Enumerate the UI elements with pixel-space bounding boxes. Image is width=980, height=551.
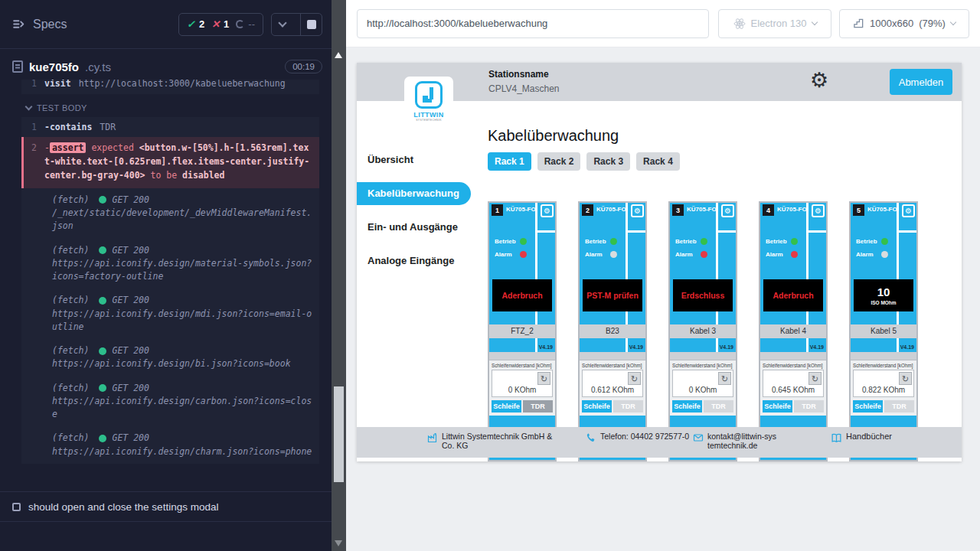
tdr-button[interactable]: TDR (704, 400, 733, 412)
schleife-button[interactable]: Schleife (763, 400, 792, 412)
network-log-entry[interactable]: (fetch)GET 200 https://api.iconify.desig… (21, 239, 319, 289)
card-model: KÜ705-FO (777, 206, 807, 213)
card-gear-icon[interactable]: ⚙ (541, 204, 554, 217)
chevron-down-icon (25, 103, 33, 110)
app-footer: Littwin Systemtechnik GmbH & Co. KG Tele… (357, 427, 962, 458)
tab-rack-1[interactable]: Rack 1 (488, 152, 531, 171)
alarm-led (610, 251, 617, 258)
footer-email: kontakt@littwin-systemtechnik.de (693, 432, 831, 458)
refresh-icon[interactable]: ↻ (628, 372, 641, 385)
command-row-contains[interactable]: 1 -contains TDR (21, 117, 319, 138)
card-gear-icon[interactable]: ⚙ (721, 204, 734, 217)
device-card-2: 2 KÜ705-FO ⚙ Betrieb Alarm PST-M prüfen … (578, 201, 647, 461)
status-display: Aderbruch (492, 279, 552, 311)
tdr-button[interactable]: TDR (613, 400, 643, 412)
schleife-button[interactable]: Schleife (672, 400, 702, 412)
network-log-entry[interactable]: (fetch)GET 200 https://api.iconify.desig… (21, 339, 319, 377)
alarm-led (520, 251, 527, 258)
firmware-version: V4.19 (629, 344, 643, 350)
loop-resistance-value: 0.645 KOhm (763, 386, 823, 394)
square-outline-icon (12, 503, 21, 511)
success-dot-icon (99, 246, 106, 254)
assert-error-row[interactable]: 2 -assert expected <button.w-[50%].h-[1.… (21, 137, 319, 187)
tab-rack-4[interactable]: Rack 4 (636, 152, 680, 171)
cable-name: Kabel 4 (760, 324, 826, 338)
network-log-entry[interactable]: (fetch)GET 200 https://api.iconify.desig… (21, 426, 319, 464)
failed-count: ✕1 (211, 18, 229, 30)
card-number: 5 (853, 204, 864, 216)
device-cards: 1 KÜ705-FO ⚙ Betrieb Alarm Aderbruch FTZ… (488, 201, 962, 461)
network-log-entry[interactable]: (fetch)GET 200 /_next/static/development… (21, 188, 319, 239)
card-gear-icon[interactable]: ⚙ (812, 204, 825, 217)
test-body-header[interactable]: TEST BODY (21, 94, 319, 117)
cable-name: Kabel 3 (670, 324, 736, 338)
reporter-scrollbar[interactable] (332, 0, 346, 551)
url-input[interactable] (357, 9, 709, 38)
envelope-icon (693, 432, 704, 443)
command-row-visit[interactable]: 1 visit http://localhost:3000/kabelueber… (21, 80, 319, 94)
app-header: LITTWIN SYSTEMTECHNIK Stationsname CPLV4… (357, 63, 962, 101)
loop-resistance-module: Schleifenwiderstand [kOhm] ↻ 0.612 KOhm … (580, 360, 645, 416)
sidebar-item-ein-und-ausgaenge[interactable]: Ein- und Ausgänge (357, 216, 475, 239)
main-content: Kabelüberwachung Rack 1 Rack 2 Rack 3 Ra… (475, 101, 962, 461)
alarm-led (791, 251, 798, 258)
spec-file-row[interactable]: kue705fo .cy.ts 00:19 (0, 49, 332, 80)
loop-resistance-value: 0 KOhm (673, 386, 733, 394)
firmware-version: V4.19 (539, 344, 553, 350)
refresh-icon[interactable]: ↻ (808, 372, 822, 385)
betrieb-led (610, 238, 617, 245)
browser-select[interactable]: Electron 130 (718, 9, 831, 38)
app-under-test-area: LITTWIN SYSTEMTECHNIK Stationsname CPLV4… (346, 47, 980, 551)
success-dot-icon (99, 347, 106, 355)
spec-file-name: kue705fo (29, 60, 79, 73)
tdr-button[interactable]: TDR (884, 400, 914, 412)
footer-company: Littwin Systemtechnik GmbH & Co. KG (427, 432, 586, 458)
schleife-button[interactable]: Schleife (582, 400, 612, 412)
card-model: KÜ705-FO (687, 206, 717, 213)
pending-test-row[interactable]: should open and close the settings modal (0, 491, 332, 522)
zoom-percent: (79%) (919, 18, 946, 29)
tab-rack-2[interactable]: Rack 2 (537, 152, 581, 171)
stop-button[interactable] (300, 14, 322, 35)
device-card-1: 1 KÜ705-FO ⚙ Betrieb Alarm Aderbruch FTZ… (488, 201, 557, 461)
specs-toggle[interactable]: Specs (12, 18, 67, 31)
schleife-button[interactable]: Schleife (492, 400, 521, 412)
settings-gear-icon[interactable]: ⚙ (810, 67, 828, 94)
refresh-icon[interactable]: ↻ (899, 372, 912, 385)
browser-stage: Electron 130 1000x660 (79%) LITTWIN S (346, 0, 980, 551)
scroll-down-arrow-icon[interactable] (335, 540, 342, 546)
card-gear-icon[interactable]: ⚙ (902, 204, 915, 217)
tdr-button[interactable]: TDR (523, 400, 553, 412)
sidebar-item-uebersicht[interactable]: Übersicht (357, 148, 475, 171)
refresh-icon[interactable]: ↻ (718, 372, 731, 385)
collapse-button[interactable] (272, 14, 293, 35)
cable-name: B23 (580, 324, 645, 338)
refresh-icon[interactable]: ↻ (537, 372, 550, 385)
app-viewport: LITTWIN SYSTEMTECHNIK Stationsname CPLV4… (357, 63, 962, 461)
factory-icon (427, 432, 438, 443)
sidebar-item-analoge-eingaenge[interactable]: Analoge Eingänge (357, 249, 475, 272)
tdr-button[interactable]: TDR (794, 400, 824, 412)
ruler-icon (853, 18, 864, 29)
network-log-entry[interactable]: (fetch)GET 200 https://api.iconify.desig… (21, 377, 319, 427)
scroll-up-arrow-icon[interactable] (335, 52, 342, 58)
firmware-version: V4.19 (810, 344, 824, 350)
card-number: 4 (763, 204, 774, 216)
book-icon (831, 432, 842, 444)
cypress-reporter: Specs ✓2 ✕1 -- kue705fo .cy.ts 00:19 (0, 0, 332, 551)
logout-button[interactable]: Abmelden (890, 69, 952, 95)
scrollbar-thumb[interactable] (334, 386, 344, 482)
passed-count: ✓2 (187, 18, 204, 30)
card-number: 1 (492, 204, 503, 216)
network-log-entry[interactable]: (fetch)GET 200 https://api.iconify.desig… (21, 289, 319, 339)
run-controls (271, 13, 322, 36)
schleife-button[interactable]: Schleife (853, 400, 883, 412)
card-model: KÜ705-FO (596, 206, 626, 213)
command-log: 1 visit http://localhost:3000/kabelueber… (21, 80, 319, 464)
viewport-size-select[interactable]: 1000x660 (79%) (839, 9, 969, 38)
tab-rack-3[interactable]: Rack 3 (586, 152, 630, 171)
pending-count: -- (236, 18, 255, 30)
card-gear-icon[interactable]: ⚙ (631, 204, 644, 217)
footer-manuals-link[interactable]: Handbücher (831, 432, 892, 458)
sidebar-item-kabelueberwachung[interactable]: Kabelüberwachung (357, 182, 471, 205)
